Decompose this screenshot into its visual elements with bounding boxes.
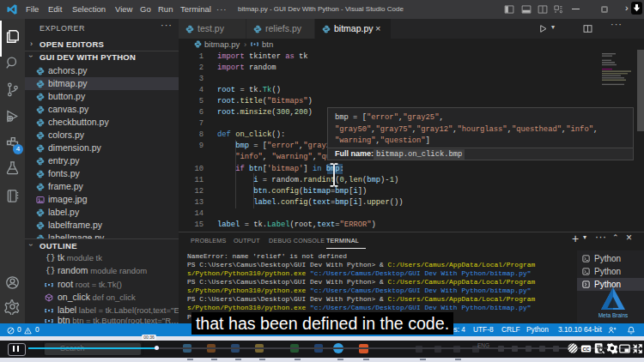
svg-text:CC: CC [582, 346, 589, 351]
svg-text:Meta Brains: Meta Brains [598, 312, 628, 318]
